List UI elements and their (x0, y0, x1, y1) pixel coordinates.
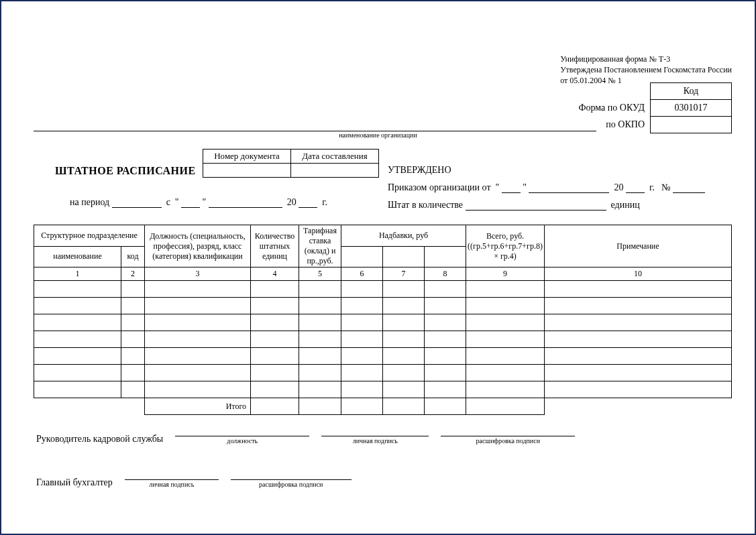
form-line2: Утверждена Постановлением Госкомстата Ро… (560, 64, 732, 75)
col-note: Примечание (544, 225, 731, 268)
main-table: Структурное подразделение Должность (спе… (34, 225, 732, 415)
order-year[interactable] (626, 182, 645, 193)
hr-head-sign-row: Руководитель кадровой службы должность л… (36, 425, 720, 444)
period-year-prefix: 20 (287, 197, 296, 207)
col-rate: Тарифная ставка (оклад) и пр.,руб. (299, 225, 341, 268)
doc-date-header: Дата составления (291, 150, 379, 164)
period-year-suffix: г. (322, 197, 327, 207)
q-close: " (203, 197, 207, 207)
chief-acc-sign-row: Главный бухгалтер личная подпись расшифр… (36, 469, 720, 488)
form-page: Унифицированная форма № Т-3 Утверждена П… (0, 0, 756, 535)
order-no[interactable] (673, 182, 705, 193)
okpo-value[interactable] (651, 117, 732, 133)
period-year[interactable] (299, 197, 317, 208)
table-total-row: Итого (34, 398, 732, 415)
order-day[interactable] (502, 182, 521, 193)
staff-units: единиц (611, 200, 640, 210)
chief-acc-signature[interactable] (125, 469, 219, 480)
organization-caption: наименование организации (1, 131, 755, 139)
cap-decipher2: расшифровка подписи (259, 481, 323, 488)
okud-label: Форма по ОКУД (573, 100, 650, 117)
col-qty: Количество штатных единиц (251, 225, 299, 268)
table-row[interactable] (34, 281, 732, 298)
col-code: код (121, 246, 145, 268)
cap-decipher: расшифровка подписи (476, 437, 540, 444)
form-reference: Унифицированная форма № Т-3 Утверждена П… (560, 54, 732, 86)
chief-acc-decipher[interactable] (231, 469, 352, 480)
approved-word: УТВЕРЖДЕНО (388, 165, 705, 176)
kod-header: Код (651, 83, 732, 100)
chief-acc-label: Главный бухгалтер (36, 477, 113, 488)
period-day[interactable] (181, 197, 200, 208)
signature-block: Руководитель кадровой службы должность л… (36, 425, 720, 512)
organization-line[interactable] (34, 119, 596, 131)
table-row[interactable] (34, 365, 732, 381)
table-row[interactable] (34, 381, 732, 398)
table-row[interactable] (34, 314, 732, 331)
staff-prefix: Штат в количестве (388, 200, 463, 210)
col-allowances: Надбавки, руб (341, 225, 466, 247)
col-position: Должность (специальность, профессия), ра… (145, 225, 251, 268)
cap-position: должность (227, 437, 258, 444)
doc-date-value[interactable] (291, 164, 379, 178)
period-month[interactable] (209, 197, 282, 208)
cap-signature2: личная подпись (149, 481, 194, 488)
table-row[interactable] (34, 348, 732, 365)
col-name: наименование (34, 246, 121, 268)
q-open: " (175, 197, 179, 207)
col-structural-unit: Структурное подразделение (34, 225, 145, 247)
okud-value: 0301017 (651, 100, 732, 117)
order-prefix: Приказом организации от (388, 182, 491, 192)
period-prefix: на период (70, 197, 109, 207)
document-title: ШТАТНОЕ РАСПИСАНИЕ (55, 165, 196, 177)
form-line1: Унифицированная форма № Т-3 (560, 54, 732, 64)
period-line: на период с " " 20 г. (70, 197, 327, 208)
period-value[interactable] (112, 197, 162, 208)
col-allow1 (341, 246, 383, 268)
order-month[interactable] (529, 182, 609, 193)
hr-head-label: Руководитель кадровой службы (36, 434, 163, 444)
total-label: Итого (145, 398, 251, 415)
period-s: с (166, 197, 170, 207)
hr-head-decipher[interactable] (441, 425, 575, 436)
doc-number-date-box: Номер документа Дата составления (203, 149, 379, 178)
staff-qty[interactable] (466, 200, 606, 211)
okud-okpo-block: Код Форма по ОКУД 0301017 по ОКПО (573, 82, 732, 133)
doc-num-value[interactable] (203, 164, 291, 178)
col-allow3 (425, 246, 466, 268)
col-total: Всего, руб. ((гр.5+гр.6+гр.7+гр.8) × гр.… (466, 225, 545, 268)
approved-block: УТВЕРЖДЕНО Приказом организации от " " 2… (388, 165, 705, 211)
column-number-row: 1 2 3 4 5 6 7 8 9 10 (34, 268, 732, 281)
hr-head-signature[interactable] (321, 425, 429, 436)
order-no-label: № (661, 182, 670, 192)
table-row[interactable] (34, 298, 732, 314)
main-table-wrap: Структурное подразделение Должность (спе… (34, 225, 732, 415)
col-allow2 (383, 246, 425, 268)
cap-signature: личная подпись (353, 437, 398, 444)
doc-num-header: Номер документа (203, 150, 291, 164)
table-row[interactable] (34, 331, 732, 348)
hr-head-position[interactable] (175, 425, 309, 436)
